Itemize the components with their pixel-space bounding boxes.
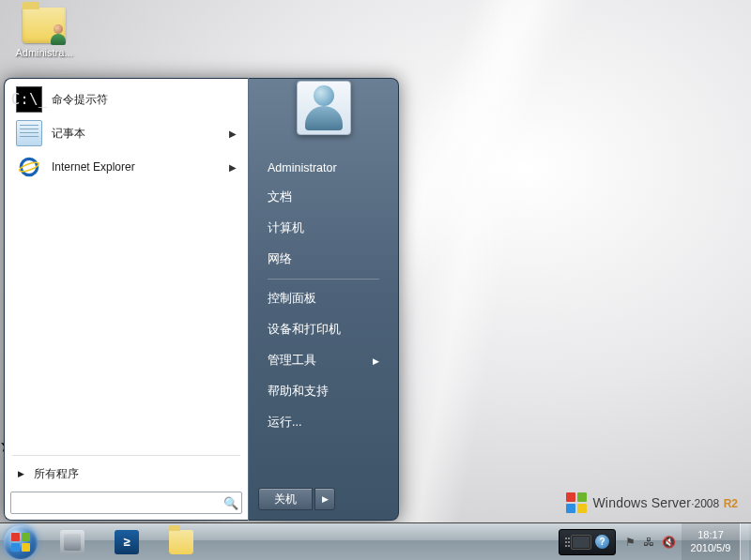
right-item-help[interactable]: 帮助和支持 [262, 376, 385, 407]
tray-action-center-icon[interactable]: ⚑ [625, 536, 636, 549]
start-menu-search-box[interactable]: 🔍 [10, 492, 242, 514]
explorer-folder-icon [169, 530, 193, 554]
shutdown-options-button[interactable]: ▶ [314, 488, 335, 510]
right-item-network[interactable]: 网络 [262, 244, 385, 275]
cmd-icon: C:\_ [16, 86, 42, 113]
taskbar: ≥ ? ⚑ 🖧 🔇 18:17 2010/5/9 [0, 522, 751, 560]
right-item-documents[interactable]: 文档 [262, 182, 385, 213]
submenu-arrow-icon: ▶ [229, 162, 237, 173]
taskbar-item-powershell[interactable]: ≥ [100, 525, 154, 559]
watermark-version: 2008 [695, 497, 720, 510]
separator [268, 279, 379, 280]
right-item-label: Administrator [268, 161, 337, 174]
start-menu-left-pane: C:\_ 命令提示符 记事本 ▶ Internet Explorer ▶ ▶ 所… [4, 78, 248, 521]
right-item-computer[interactable]: 计算机 [262, 213, 385, 244]
user-avatar-icon [301, 85, 346, 130]
desktop-icon-admin-folder[interactable]: Administra... [8, 8, 81, 58]
all-programs-button[interactable]: ▶ 所有程序 [8, 460, 244, 488]
start-menu-right-items: Administrator 文档 计算机 网络 控制面板 设备和打印机 管理工具… [249, 154, 398, 438]
submenu-arrow-icon: ▶ [229, 129, 237, 139]
right-item-devices-printers[interactable]: 设备和打印机 [262, 314, 385, 345]
start-orb-icon [4, 525, 38, 559]
right-item-label: 运行... [268, 415, 301, 431]
right-item-user[interactable]: Administrator [262, 154, 385, 182]
search-icon[interactable]: 🔍 [221, 496, 241, 510]
help-icon[interactable]: ? [595, 535, 609, 549]
separator [12, 455, 240, 456]
grip-icon [565, 537, 567, 547]
tray-network-icon[interactable]: 🖧 [643, 536, 654, 549]
folder-icon [23, 8, 66, 43]
user-picture[interactable] [297, 81, 351, 135]
powershell-icon: ≥ [115, 530, 139, 554]
start-menu-right-pane: Administrator 文档 计算机 网络 控制面板 设备和打印机 管理工具… [248, 78, 399, 521]
watermark-product: Windows Server [592, 495, 691, 510]
server-manager-icon [60, 530, 84, 554]
windows-flag-icon [566, 492, 587, 513]
start-button[interactable] [0, 523, 41, 561]
search-input[interactable] [11, 496, 221, 509]
watermark-text: Windows Server·2008 R2 [592, 494, 738, 511]
keyboard-icon[interactable] [571, 535, 591, 550]
right-item-control-panel[interactable]: 控制面板 [262, 283, 385, 314]
right-item-label: 管理工具 [268, 353, 316, 369]
taskbar-item-explorer[interactable] [154, 525, 208, 559]
shutdown-button[interactable]: 关机 [258, 488, 313, 510]
triangle-right-icon: ▶ [18, 469, 24, 478]
desktop-icon-label: Administra... [8, 47, 81, 58]
internet-explorer-icon [16, 154, 42, 180]
system-tray: ? ⚑ 🖧 🔇 18:17 2010/5/9 [559, 523, 751, 560]
shutdown-row: 关机 ▶ [249, 480, 398, 520]
all-programs-label: 所有程序 [34, 466, 79, 482]
clock-time: 18:17 [689, 529, 732, 541]
right-item-label: 设备和打印机 [268, 322, 341, 338]
tray-volume-muted-icon[interactable]: 🔇 [662, 536, 676, 549]
submenu-arrow-icon: ▶ [373, 356, 379, 366]
start-menu-program-list: C:\_ 命令提示符 记事本 ▶ Internet Explorer ▶ [5, 79, 248, 455]
clock-date: 2010/5/9 [689, 542, 732, 554]
right-item-run[interactable]: 运行... [262, 407, 385, 438]
right-item-admin-tools[interactable]: 管理工具 ▶ [262, 345, 385, 376]
watermark-suffix: R2 [724, 497, 738, 510]
tray-icons: ⚑ 🖧 🔇 [620, 536, 682, 549]
program-item-label: Internet Explorer [52, 160, 135, 174]
right-item-label: 控制面板 [268, 291, 316, 307]
show-desktop-button[interactable] [740, 523, 749, 560]
triangle-right-icon: ▶ [322, 494, 329, 504]
right-item-label: 网络 [268, 251, 292, 267]
language-bar[interactable]: ? [559, 529, 616, 555]
taskbar-clock[interactable]: 18:17 2010/5/9 [682, 523, 740, 560]
program-item-label: 命令提示符 [52, 92, 108, 108]
taskbar-item-server-manager[interactable] [45, 525, 100, 559]
taskbar-pinned-apps: ≥ [45, 523, 208, 560]
right-item-label: 计算机 [268, 220, 304, 236]
right-item-label: 文档 [268, 189, 292, 205]
program-item-notepad[interactable]: 记事本 ▶ [8, 116, 244, 150]
start-menu: C:\_ 命令提示符 记事本 ▶ Internet Explorer ▶ ▶ 所… [4, 78, 399, 521]
program-item-ie[interactable]: Internet Explorer ▶ [8, 150, 244, 184]
right-item-label: 帮助和支持 [268, 384, 329, 400]
program-item-cmd[interactable]: C:\_ 命令提示符 [8, 83, 244, 116]
start-menu-search-row: 🔍 [5, 492, 248, 520]
notepad-icon [16, 120, 42, 146]
shutdown-label: 关机 [274, 492, 297, 507]
windows-watermark: Windows Server·2008 R2 [566, 492, 738, 513]
user-overlay-icon [49, 24, 68, 45]
program-item-label: 记事本 [52, 126, 85, 142]
